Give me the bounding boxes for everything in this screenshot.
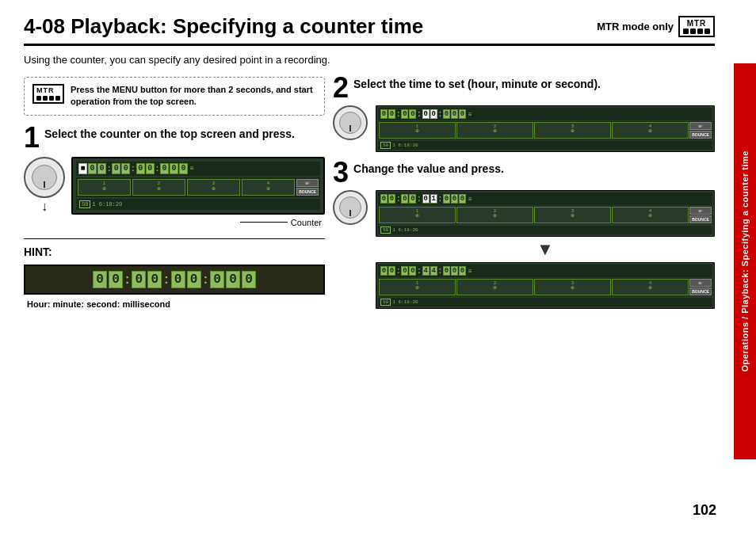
mtr-dot-1: ■ [683, 29, 689, 34]
knob2-line [349, 125, 351, 131]
mtr-badge: MTR mode only MTR ■ ■ ■ ■ [597, 16, 715, 37]
lcd3b-d6: 4 [430, 266, 437, 276]
lcd3a-bounce: BOUNCE [689, 215, 712, 223]
lcd-sep3: : [156, 165, 158, 173]
knob-inner [32, 165, 57, 190]
step3-knob-area: 0 0 : 0 0 : 0 [333, 190, 715, 310]
knob3-inner [339, 196, 361, 219]
step1-number: 1 [24, 124, 40, 152]
mtr-dots: ■ ■ ■ ■ [683, 29, 710, 34]
lcd-d8: 0 [160, 163, 169, 174]
lcd2-sep2: : [418, 110, 420, 118]
hint-d5: 0 [171, 271, 185, 288]
lcd2-bottom: S0 1 6:18:20 [378, 141, 712, 150]
lcd-d3: 0 [97, 163, 106, 174]
lcd3a-grp3: 0 1 [422, 194, 437, 204]
step1-lcd-area: ■ 0 0 : 0 0 : 0 [71, 157, 325, 227]
step2-number: 2 [333, 74, 349, 102]
lcd-track-buttons: ⊕↑ BOUNCE [296, 179, 319, 196]
knob-line [44, 181, 45, 188]
lcd3a-tr3: 3⊕ [534, 207, 611, 223]
mtr-mode-text: MTR mode only [597, 21, 674, 32]
lcd-screen-3a: 0 0 : 0 0 : 0 [376, 190, 715, 237]
lcd2-tr1: 1⊕ [379, 122, 456, 139]
lcd2-d1: 0 [380, 109, 388, 119]
lcd3b-d5: 4 [422, 266, 430, 276]
sidebar-tab-label: Operations / Playback: Specifying a coun… [740, 150, 750, 372]
step1-text: Select the counter on the top screen and… [44, 127, 295, 141]
lcd3b-d1: 0 [380, 266, 388, 276]
hint-digits-ms: 0 0 0 [210, 271, 256, 288]
page-title: 4-08 Playback: Specifying a counter time [24, 14, 423, 39]
hint-section: HINT: 0 0 : 0 0 : 0 0 : [24, 238, 325, 309]
step1-knob[interactable] [24, 157, 65, 198]
step2-lcd-area: 0 0 : 0 0 : 0 [376, 105, 715, 154]
lcd3a-grp4: 0 0 0 [443, 194, 466, 204]
lcd3b-tr1: 1⊕ [379, 279, 456, 295]
mtr-dot-2: ■ [690, 29, 696, 34]
lcd-btn-bounce: BOUNCE [296, 188, 319, 196]
main-content: 4-08 Playback: Specifying a counter time… [0, 0, 734, 533]
lcd3a-tracks: 1⊕ 2⊕ 3⊕ 4⊕ ⊕↑ BOUNCE [378, 206, 712, 224]
lcd3a-d3: 0 [401, 194, 408, 204]
hint-d3: 0 [132, 271, 146, 288]
lcd2-btn1: ⊕↑ [689, 122, 712, 130]
lcd-counter-row-1: ■ 0 0 : 0 0 : 0 [76, 162, 320, 176]
lcd3b-d9: 0 [459, 266, 466, 276]
lcd3a-d7: 0 [443, 194, 450, 204]
lcd-track-1: 1⊕ [78, 179, 131, 196]
lcd3b-bounce: BOUNCE [689, 287, 712, 295]
lcd3b-bottom: S0 1 6:18:20 [378, 298, 712, 306]
lcd3b-sep3: : [439, 267, 441, 275]
lcd3a-icon: ≡ [468, 196, 472, 203]
lcd-menu-icon: ≡ [190, 165, 194, 172]
lcd2-time: 1 6:18:20 [392, 143, 418, 148]
lcd2-d4: 0 [409, 109, 416, 119]
step3-lcds: 0 0 : 0 0 : 0 [376, 190, 715, 310]
page-header: 4-08 Playback: Specifying a counter time… [24, 14, 715, 46]
lcd3a-d2: 0 [388, 194, 395, 204]
hint-d7: 0 [210, 271, 224, 288]
knob2-inner [339, 112, 361, 134]
step3-text: Change the value and press. [353, 162, 504, 176]
lcd-bottom-1: S0 1 6:18:20 [76, 199, 320, 210]
lcd2-d-grp1: 0 0 [380, 109, 395, 119]
lcd2-d8: 0 [451, 109, 458, 119]
lcd3a-grp1: 0 0 [380, 194, 395, 204]
lcd3a-grp2: 0 0 [401, 194, 416, 204]
step3-knob[interactable] [333, 190, 368, 225]
lcd3a-d1: 0 [380, 194, 388, 204]
lcd2-tr3: 3⊕ [534, 122, 611, 139]
right-column: 2 Select the time to set (hour, minute o… [333, 77, 715, 318]
step2-knob[interactable] [333, 105, 368, 140]
lcd3b-counter: 0 0 : 0 0 : 4 [378, 265, 712, 277]
step2-knob-area: 0 0 : 0 0 : 0 [333, 105, 715, 154]
lcd2-d5: 0 [422, 109, 430, 119]
instruction-box-text: Press the MENU button for more than 2 se… [71, 84, 316, 109]
columns-layout: MTR Press the MENU button for more than … [24, 77, 715, 318]
counter-line [240, 222, 288, 223]
lcd-bottom-time: 1 6:18:20 [92, 201, 122, 207]
step1-knob-area: ↓ ■ 0 0 : 0 [24, 157, 325, 227]
lcd2-d-grp4: 0 0 0 [443, 109, 466, 119]
page-number: 102 [693, 502, 716, 519]
lcd-d6: 0 [136, 163, 145, 174]
mtr-dot-3: ■ [697, 29, 703, 34]
lcd3b-sep1: : [397, 267, 399, 275]
lcd3a-sep1: : [397, 195, 399, 203]
lcd3b-tr4: 4⊕ [612, 279, 689, 295]
step2-area: 2 Select the time to set (hour, minute o… [333, 77, 715, 154]
lcd-d10: 0 [179, 163, 188, 174]
mtr-letters: MTR [687, 19, 707, 28]
intro-text: Using the counter, you can specify any d… [24, 54, 715, 66]
step1-row: 1 Select the counter on the top screen a… [24, 127, 325, 152]
hint-d4: 0 [147, 271, 162, 288]
step1-content: Select the counter on the top screen and… [44, 127, 295, 141]
lcd2-s: S0 [380, 142, 391, 149]
lcd3b-grp1: 0 0 [380, 266, 395, 276]
lcd3a-d5: 0 [422, 194, 430, 204]
lcd3b-s: S0 [380, 299, 391, 306]
sidebar-tab: Operations / Playback: Specifying a coun… [734, 63, 756, 459]
mtr-dot-4: ■ [704, 29, 710, 34]
lcd3b-time: 1 6:18:20 [392, 299, 418, 305]
